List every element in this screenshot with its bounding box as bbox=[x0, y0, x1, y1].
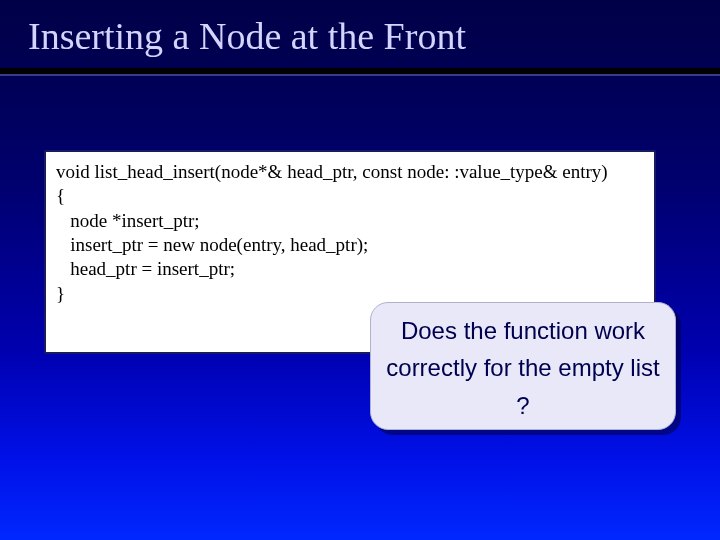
code-line: node *insert_ptr; bbox=[56, 209, 644, 233]
code-line: void list_head_insert(node*& head_ptr, c… bbox=[56, 160, 644, 184]
title-area: Inserting a Node at the Front bbox=[0, 0, 720, 58]
callout-bubble: Does the function work correctly for the… bbox=[370, 302, 676, 430]
callout-text: Does the function work correctly for the… bbox=[381, 312, 665, 424]
slide: Inserting a Node at the Front void list_… bbox=[0, 0, 720, 540]
title-underline bbox=[0, 68, 720, 76]
code-line: insert_ptr = new node(entry, head_ptr); bbox=[56, 233, 644, 257]
code-line: head_ptr = insert_ptr; bbox=[56, 257, 644, 281]
slide-title: Inserting a Node at the Front bbox=[28, 14, 720, 58]
code-line: { bbox=[56, 184, 644, 208]
